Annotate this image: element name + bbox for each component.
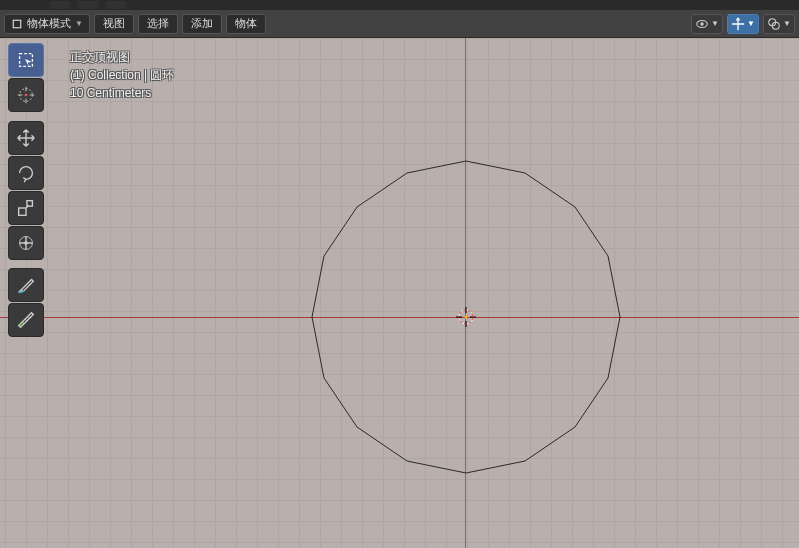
circle-object[interactable] bbox=[311, 160, 621, 474]
svg-point-24 bbox=[24, 241, 28, 245]
menu-select[interactable]: 选择 bbox=[138, 14, 178, 34]
viewport-3d[interactable]: 正交顶视图 (1) Collection | 圆环 10 Centimeters bbox=[0, 38, 799, 548]
svg-rect-0 bbox=[13, 20, 21, 28]
svg-point-19 bbox=[25, 94, 28, 97]
tool-annotate[interactable] bbox=[8, 268, 44, 302]
scale-label: 10 Centimeters bbox=[70, 84, 174, 102]
cursor-icon bbox=[15, 84, 37, 106]
svg-rect-20 bbox=[19, 208, 26, 215]
annotate-icon bbox=[15, 274, 37, 296]
measure-icon bbox=[15, 309, 37, 331]
tool-scale[interactable] bbox=[8, 191, 44, 225]
mode-selector[interactable]: 物体模式 ▼ bbox=[4, 14, 90, 34]
eye-icon bbox=[695, 17, 709, 31]
gizmo-icon bbox=[731, 17, 745, 31]
object-mode-icon bbox=[11, 18, 23, 30]
svg-line-25 bbox=[22, 322, 24, 324]
collection-path: (1) Collection | 圆环 bbox=[70, 66, 174, 84]
tool-rotate[interactable] bbox=[8, 156, 44, 190]
view-name: 正交顶视图 bbox=[70, 48, 174, 66]
tool-shelf-mid bbox=[8, 121, 44, 260]
menu-add[interactable]: 添加 bbox=[182, 14, 222, 34]
mode-label: 物体模式 bbox=[27, 16, 71, 31]
header-right: ▼ ▼ ▼ bbox=[691, 14, 795, 34]
header-bar: 物体模式 ▼ 视图 选择 添加 物体 ▼ ▼ ▼ bbox=[0, 10, 799, 38]
menu-object[interactable]: 物体 bbox=[226, 14, 266, 34]
rotate-icon bbox=[15, 162, 37, 184]
svg-line-26 bbox=[25, 319, 27, 321]
svg-marker-5 bbox=[312, 161, 620, 473]
transform-icon bbox=[15, 232, 37, 254]
tool-cursor[interactable] bbox=[8, 78, 44, 112]
viewport-overlay-text: 正交顶视图 (1) Collection | 圆环 10 Centimeters bbox=[70, 48, 174, 102]
menu-view[interactable]: 视图 bbox=[94, 14, 134, 34]
chevron-down-icon: ▼ bbox=[75, 19, 83, 28]
svg-point-2 bbox=[700, 22, 704, 26]
select-box-icon bbox=[15, 49, 37, 71]
tool-shelf-top bbox=[8, 43, 44, 112]
visibility-dropdown[interactable]: ▼ bbox=[691, 14, 723, 34]
tool-measure[interactable] bbox=[8, 303, 44, 337]
top-strip bbox=[0, 0, 799, 10]
svg-line-27 bbox=[28, 316, 30, 318]
scale-icon bbox=[15, 197, 37, 219]
overlays-icon bbox=[767, 17, 781, 31]
tool-select-box[interactable] bbox=[8, 43, 44, 77]
move-icon bbox=[15, 127, 37, 149]
tool-shelf-bottom bbox=[8, 268, 44, 337]
tool-move[interactable] bbox=[8, 121, 44, 155]
gizmo-dropdown[interactable]: ▼ bbox=[727, 14, 759, 34]
tool-transform[interactable] bbox=[8, 226, 44, 260]
overlays-dropdown[interactable]: ▼ bbox=[763, 14, 795, 34]
